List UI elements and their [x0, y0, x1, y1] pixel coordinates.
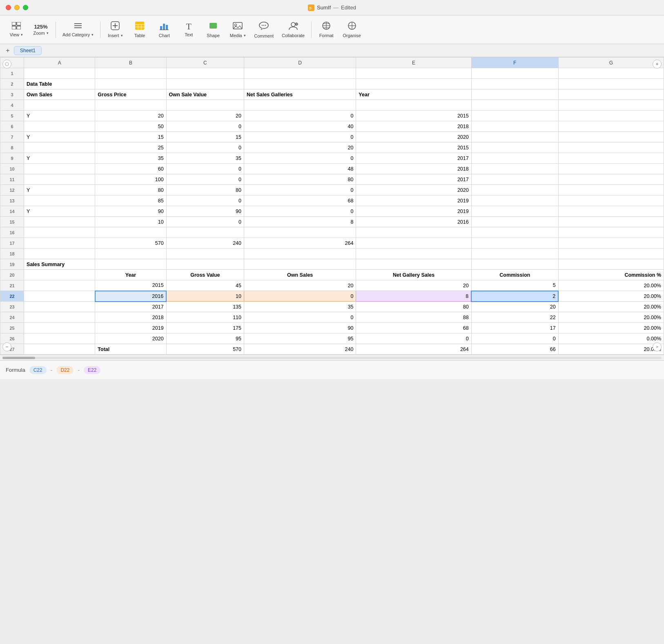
row-header-14[interactable]: 14 [0, 206, 24, 217]
minimize-button[interactable] [14, 5, 20, 10]
cell-B4[interactable] [95, 100, 166, 111]
cell-E4[interactable] [356, 100, 471, 111]
cell-C26[interactable]: 95 [166, 333, 244, 344]
cell-A7[interactable]: Y [24, 132, 95, 142]
cell-F25[interactable]: 17 [471, 323, 558, 333]
cell-G8[interactable] [558, 142, 664, 153]
cell-B11[interactable]: 100 [95, 174, 166, 185]
cell-A2[interactable]: Data Table [24, 79, 95, 89]
cell-E16[interactable] [356, 227, 471, 238]
cell-G18[interactable] [558, 249, 664, 259]
cell-A1[interactable] [24, 68, 95, 79]
col-header-B[interactable]: B [95, 58, 166, 68]
cell-C15[interactable]: 0 [166, 217, 244, 227]
col-header-F[interactable]: F [471, 58, 558, 68]
toolbar-collaborate[interactable]: Collaborate [279, 18, 308, 41]
cell-D8[interactable]: 20 [244, 142, 356, 153]
row-header-19[interactable]: 19 [0, 259, 24, 270]
cell-ref-e22[interactable]: E22 [84, 366, 100, 374]
toolbar-table[interactable]: Table [128, 18, 151, 41]
cell-G13[interactable] [558, 195, 664, 206]
sheet-tab-sheet1[interactable]: Sheet1 [14, 46, 42, 55]
scroll-indicator-br[interactable] [653, 342, 662, 351]
select-all-button[interactable] [2, 60, 11, 69]
cell-C11[interactable]: 0 [166, 174, 244, 185]
row-header-18[interactable]: 18 [0, 249, 24, 259]
cell-A10[interactable] [24, 164, 95, 174]
row-header-9[interactable]: 9 [0, 153, 24, 164]
toolbar-chart[interactable]: Chart [153, 18, 176, 41]
cell-A15[interactable] [24, 217, 95, 227]
cell-F15[interactable] [471, 217, 558, 227]
cell-A14[interactable]: Y [24, 206, 95, 217]
row-header-21[interactable]: 21 [0, 280, 24, 291]
cell-A25[interactable] [24, 323, 95, 333]
cell-C13[interactable]: 0 [166, 195, 244, 206]
row-header-3[interactable]: 3 [0, 89, 24, 100]
cell-A26[interactable] [24, 333, 95, 344]
cell-A27[interactable] [24, 344, 95, 355]
cell-E21[interactable]: 20 [356, 280, 471, 291]
cell-C6[interactable]: 0 [166, 121, 244, 132]
cell-G2[interactable] [558, 79, 664, 89]
cell-G16[interactable] [558, 227, 664, 238]
cell-B23[interactable]: 2017 [95, 302, 166, 312]
cell-D6[interactable]: 40 [244, 121, 356, 132]
cell-E26[interactable]: 0 [356, 333, 471, 344]
toolbar-text[interactable]: T Text [177, 18, 200, 41]
row-header-23[interactable]: 23 [0, 302, 24, 312]
cell-D1[interactable] [244, 68, 356, 79]
toolbar-shape[interactable]: Shape [202, 18, 225, 41]
col-header-C[interactable]: C [166, 58, 244, 68]
row-header-1[interactable]: 1 [0, 68, 24, 79]
cell-F18[interactable] [471, 249, 558, 259]
cell-ref-d22[interactable]: D22 [56, 366, 74, 374]
cell-G10[interactable] [558, 164, 664, 174]
cell-B25[interactable]: 2019 [95, 323, 166, 333]
cell-A13[interactable] [24, 195, 95, 206]
row-header-5[interactable]: 5 [0, 111, 24, 121]
cell-A4[interactable] [24, 100, 95, 111]
cell-D20[interactable]: Own Sales [244, 270, 356, 280]
cell-B6[interactable]: 50 [95, 121, 166, 132]
cell-G22[interactable]: 20.00% [558, 291, 664, 302]
toolbar-add-category[interactable]: Add Category ▾ [59, 18, 97, 41]
cell-B3[interactable]: Gross Price [95, 89, 166, 100]
maximize-button[interactable] [23, 5, 28, 10]
cell-E10[interactable]: 2018 [356, 164, 471, 174]
cell-F23[interactable]: 20 [471, 302, 558, 312]
cell-B27[interactable]: Total [95, 344, 166, 355]
cell-C27[interactable]: 570 [166, 344, 244, 355]
cell-C3[interactable]: Own Sale Value [166, 89, 244, 100]
cell-G4[interactable] [558, 100, 664, 111]
cell-G20[interactable]: Commission % [558, 270, 664, 280]
cell-E7[interactable]: 2020 [356, 132, 471, 142]
cell-C21[interactable]: 45 [166, 280, 244, 291]
cell-C8[interactable]: 0 [166, 142, 244, 153]
cell-D13[interactable]: 68 [244, 195, 356, 206]
cell-B22[interactable]: 2016 [95, 291, 166, 302]
cell-F11[interactable] [471, 174, 558, 185]
row-header-24[interactable]: 24 [0, 312, 24, 323]
scrollbar-thumb[interactable] [2, 357, 35, 359]
cell-A19[interactable]: Sales Summary [24, 259, 95, 270]
toolbar-comment[interactable]: Comment [251, 18, 277, 41]
cell-D15[interactable]: 8 [244, 217, 356, 227]
cell-B8[interactable]: 25 [95, 142, 166, 153]
cell-C9[interactable]: 35 [166, 153, 244, 164]
cell-F20[interactable]: Commission [471, 270, 558, 280]
cell-B1[interactable] [95, 68, 166, 79]
row-header-13[interactable]: 13 [0, 195, 24, 206]
cell-E25[interactable]: 68 [356, 323, 471, 333]
cell-F24[interactable]: 22 [471, 312, 558, 323]
cell-D18[interactable] [244, 249, 356, 259]
cell-C16[interactable] [166, 227, 244, 238]
cell-A18[interactable] [24, 249, 95, 259]
cell-A17[interactable] [24, 238, 95, 249]
cell-F5[interactable] [471, 111, 558, 121]
cell-G17[interactable] [558, 238, 664, 249]
cell-D11[interactable]: 80 [244, 174, 356, 185]
row-header-17[interactable]: 17 [0, 238, 24, 249]
cell-F3[interactable] [471, 89, 558, 100]
cell-E13[interactable]: 2019 [356, 195, 471, 206]
